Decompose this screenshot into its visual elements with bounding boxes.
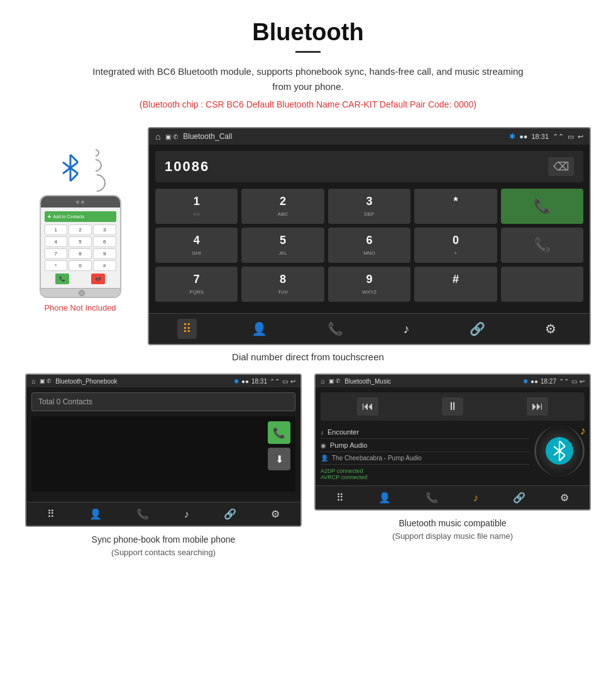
dial-key-empty — [501, 267, 583, 302]
car-bottom-bar: ⠿ 👤 📞 ♪ 🔗 ⚙ — [149, 313, 590, 344]
mu-back: ↩ — [580, 378, 585, 385]
bottom-contacts-icon[interactable]: 👤 — [246, 319, 272, 339]
music-controls: ⏮ ⏸ ⏭ — [321, 392, 585, 421]
dial-key-2[interactable]: 2ABC — [241, 189, 324, 224]
phonebook-screenshot-card: ⌂ ▣ ✆ Bluetooth_Phonebook ✱ ●● 18:31 ⌃⌃ … — [25, 373, 302, 559]
phone-not-included-label: Phone Not Included — [44, 303, 116, 313]
phone-key: # — [93, 260, 116, 271]
phone-key: 6 — [93, 236, 116, 247]
dial-key-5[interactable]: 5JKL — [241, 228, 324, 263]
dial-key-star[interactable]: * — [414, 189, 497, 224]
bottom-screenshots: ⌂ ▣ ✆ Bluetooth_Phonebook ✱ ●● 18:31 ⌃⌃ … — [0, 373, 616, 559]
recall-icon: 📞 — [534, 237, 551, 253]
bottom-music-icon[interactable]: ♪ — [398, 319, 414, 339]
music-note-icon: ♪ — [321, 429, 324, 436]
music-screenshot-card: ⌂ ▣ ✆ Bluetooth_Music ✱ ●● 18:27 ⌃⌃ ▭ ↩ … — [314, 373, 591, 559]
wave-large — [84, 170, 109, 196]
dial-key-3[interactable]: 3DEF — [328, 189, 410, 224]
phonebook-caption: Sync phone-book from mobile phone (Suppo… — [25, 533, 302, 559]
signal-dots: ●● — [519, 133, 527, 140]
pb-bottom-dialpad[interactable]: ⠿ — [43, 506, 58, 522]
vinyl-disc — [536, 426, 583, 476]
prev-button[interactable]: ⏮ — [357, 397, 378, 416]
backspace-button[interactable]: ⌫ — [548, 157, 574, 176]
contact-action-buttons: 📞 ⬇ — [268, 421, 290, 470]
recall-button[interactable]: 📞 — [501, 228, 583, 263]
pb-bottom-link[interactable]: 🔗 — [220, 506, 240, 522]
bottom-phone-icon[interactable]: 📞 — [322, 319, 348, 339]
a2dp-status: A2DP connected — [321, 468, 529, 474]
phone-add-contacts: + Add to Contacts — [45, 211, 116, 222]
plus-icon: + — [48, 213, 52, 220]
dial-key-7[interactable]: 7PQRS — [155, 267, 238, 302]
status-bar-nav: ▣ ✆ — [165, 133, 178, 140]
mu-signal: ●● — [531, 378, 538, 385]
pb-bottom-music[interactable]: ♪ — [180, 507, 193, 522]
mu-home-icon: ⌂ — [321, 377, 325, 385]
pb-bottom-contacts[interactable]: 👤 — [85, 506, 106, 522]
call-button[interactable]: 📞 — [501, 189, 583, 224]
phone-key: 4 — [45, 236, 68, 247]
phone-key: * — [45, 260, 68, 271]
download-contacts-button[interactable]: ⬇ — [268, 448, 290, 470]
album-art: ♪ — [534, 426, 585, 476]
mu-bottom-dialpad[interactable]: ⠿ — [333, 490, 348, 506]
phone-key: 2 — [69, 224, 92, 235]
bottom-settings-icon[interactable]: ⚙ — [540, 319, 561, 339]
play-button[interactable]: ⏸ — [442, 397, 463, 416]
phone-dialpad: 1 2 3 4 5 6 7 8 9 * 0 # — [45, 224, 116, 271]
pb-bottom-phone[interactable]: 📞 — [133, 506, 153, 522]
phone-illustration: + Add to Contacts 1 2 3 4 5 6 7 8 9 * 0 … — [25, 127, 135, 313]
contacts-search-bar[interactable]: Total 0 Contacts — [31, 392, 295, 411]
page-header: Bluetooth Integrated with BC6 Bluetooth … — [0, 0, 616, 127]
track-item-artist: 👤 The Cheebacabra - Pump Audio — [321, 452, 529, 465]
music-caption-line1: Bluetooth music compatible — [314, 517, 591, 530]
music-caption: Bluetooth music compatible (Support disp… — [314, 517, 591, 543]
dial-key-0[interactable]: 0+ — [414, 228, 497, 263]
bottom-dialpad-icon[interactable]: ⠿ — [177, 319, 197, 339]
pb-status-right: ✱ ●● 18:31 ⌃⌃ ▭ ↩ — [234, 378, 295, 385]
phonebook-caption-line2: (Support contacts searching) — [25, 546, 302, 559]
svg-line-8 — [559, 455, 565, 461]
phone-top-bar — [41, 196, 120, 207]
pb-bottom-settings[interactable]: ⚙ — [267, 506, 283, 522]
artist-icon: 👤 — [321, 455, 328, 462]
window-icon: ▭ — [568, 133, 574, 141]
dialer-screen: 10086 ⌫ 1○○ 2ABC 3DEF * 📞 4GHI 5JKL 6MNO… — [149, 145, 590, 313]
phone-key: 5 — [69, 236, 92, 247]
dial-key-6[interactable]: 6MNO — [328, 228, 410, 263]
next-button[interactable]: ⏭ — [527, 397, 548, 416]
dial-key-4[interactable]: 4GHI — [155, 228, 238, 263]
bottom-link-icon[interactable]: 🔗 — [465, 319, 490, 339]
phonebook-bottom-bar: ⠿ 👤 📞 ♪ 🔗 ⚙ — [26, 502, 300, 526]
mu-bottom-link[interactable]: 🔗 — [509, 490, 529, 506]
dial-key-9[interactable]: 9WXYZ — [328, 267, 410, 302]
phone-key: 0 — [69, 260, 92, 271]
mu-bottom-phone[interactable]: 📞 — [422, 490, 442, 506]
app-label: Bluetooth_Call — [183, 132, 504, 141]
call-contact-button[interactable]: 📞 — [268, 421, 290, 444]
mu-bottom-contacts[interactable]: 👤 — [375, 490, 395, 506]
phone-mockup: + Add to Contacts 1 2 3 4 5 6 7 8 9 * 0 … — [40, 195, 121, 298]
number-display: 10086 ⌫ — [155, 151, 583, 182]
mu-expand: ⌃⌃ — [559, 378, 569, 385]
album-icon: ◉ — [321, 442, 326, 449]
wave-small — [90, 148, 101, 158]
back-icon: ↩ — [578, 133, 583, 141]
dial-key-hash[interactable]: # — [414, 267, 497, 302]
phonebook-status-bar: ⌂ ▣ ✆ Bluetooth_Phonebook ✱ ●● 18:31 ⌃⌃ … — [26, 375, 300, 387]
music-track-list: ♪ Encounter ◉ Pump Audio 👤 The Cheebacab… — [321, 426, 529, 480]
phone-call-btn: 📞 — [55, 274, 69, 284]
phone-bottom-row: 📞 📵 — [45, 274, 116, 284]
pb-window: ▭ — [282, 378, 288, 385]
car-status-bar: ⌂ ▣ ✆ Bluetooth_Call ✱ ●● 18:31 ⌃⌃ ▭ ↩ — [149, 128, 590, 145]
bluetooth-specs: (Bluetooth chip : CSR BC6 Default Blueto… — [13, 99, 603, 109]
music-info-area: ♪ Encounter ◉ Pump Audio 👤 The Cheebacab… — [321, 426, 585, 480]
mu-bottom-music[interactable]: ♪ — [470, 490, 482, 506]
phonebook-screen: Total 0 Contacts 📞 ⬇ — [26, 387, 300, 502]
track-item-pump: ◉ Pump Audio — [321, 439, 529, 452]
dial-key-8[interactable]: 8TUV — [241, 267, 324, 302]
dial-key-1[interactable]: 1○○ — [155, 189, 238, 224]
mu-bottom-settings[interactable]: ⚙ — [556, 490, 573, 506]
phone-key: 3 — [93, 224, 116, 235]
